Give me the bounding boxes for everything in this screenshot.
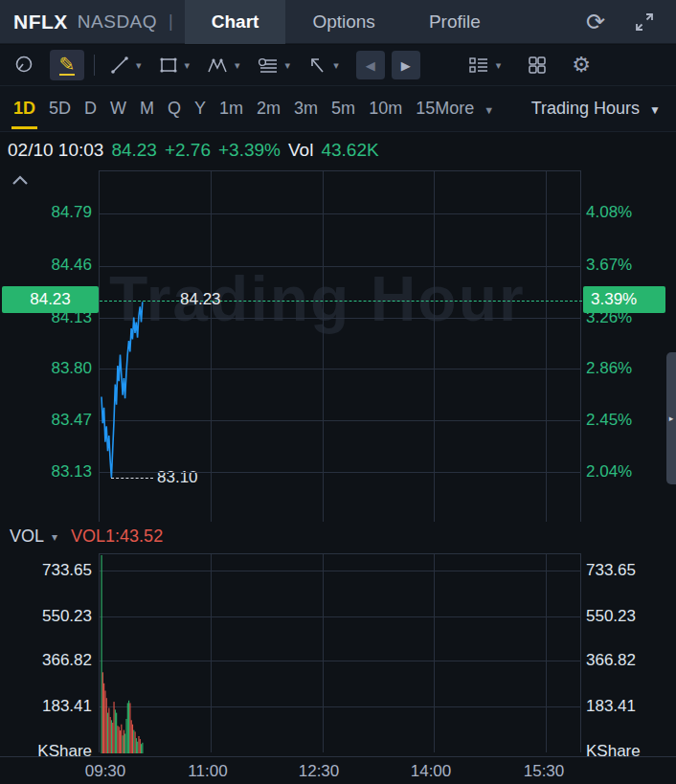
timeframe-1m[interactable]: 1m [219, 99, 243, 119]
volume-bar [106, 698, 107, 753]
volume-bar [113, 702, 114, 753]
volume-bar [138, 736, 139, 753]
tab-options[interactable]: Options [285, 0, 401, 44]
price-axis-tick: 84.79 [0, 203, 92, 222]
pct-axis-tick: 2.04% [586, 462, 632, 482]
trend-line-tool[interactable]: ▾ [108, 54, 142, 77]
chevron-down-icon[interactable]: ▾ [185, 59, 191, 72]
symbol-ticker: NFLX [13, 11, 68, 34]
volume-header: VOL ▾ VOL1:43.52 [10, 526, 163, 547]
timeframe-10m[interactable]: 10m [369, 99, 402, 119]
high-price-label: 84.23 [180, 290, 221, 309]
timeframe-5m[interactable]: 5m [331, 99, 355, 119]
volume-bar [135, 731, 136, 753]
shape-tool[interactable]: ▾ [157, 54, 191, 77]
tab-profile[interactable]: Profile [402, 0, 507, 44]
gann-lines-icon [256, 54, 281, 77]
time-axis-tick: 09:30 [85, 762, 126, 781]
header-icons: ⟳ [586, 11, 655, 34]
gear-icon[interactable]: ⚙ [572, 53, 591, 78]
timeframe-q[interactable]: Q [168, 99, 181, 119]
object-list-icon [466, 54, 491, 77]
wave-pattern-icon [205, 54, 230, 77]
quote-change: +2.76 [165, 140, 211, 161]
volume-bar [107, 713, 108, 753]
volume-bar [104, 691, 105, 754]
timeframe-1d[interactable]: 1D [13, 99, 35, 119]
timeframe-2m[interactable]: 2m [257, 99, 281, 119]
timeframe-d[interactable]: D [84, 99, 97, 119]
chevron-down-icon: ▼ [484, 104, 494, 116]
redo-forward-button[interactable]: ▶ [392, 51, 420, 79]
price-line-path [101, 302, 143, 478]
volume-axis-tick: 183.41 [586, 697, 636, 716]
volume-bar [137, 742, 138, 753]
chevron-up-icon [11, 175, 29, 186]
trading-hours-dropdown[interactable]: Trading Hours ▼ [531, 99, 661, 119]
crosshair-mode-tool[interactable] [11, 53, 36, 78]
timeframe-m[interactable]: M [140, 99, 154, 119]
volume-bar [103, 683, 104, 753]
chevron-down-icon[interactable]: ▾ [333, 59, 339, 72]
chevron-down-icon: ▼ [649, 103, 661, 117]
volume-axis-tick: 733.65 [586, 561, 636, 580]
timeframe-w[interactable]: W [110, 99, 126, 119]
timeframe-5d[interactable]: 5D [49, 99, 71, 119]
draw-tool-active[interactable]: ✎ [50, 50, 84, 80]
side-panel-handle[interactable]: ▸ [666, 352, 676, 484]
volume-bar [136, 738, 137, 753]
price-chart[interactable]: Trading Hour 84.23 83.10 [99, 170, 581, 522]
object-list-tool[interactable]: ▾ [466, 54, 502, 77]
crosshair-mode-icon [11, 53, 36, 78]
price-axis-tick: 83.80 [0, 359, 92, 378]
collapse-pane-button[interactable] [11, 175, 29, 186]
volume-dropdown-icon[interactable]: ▾ [52, 530, 57, 544]
timeframe-15m-clipped[interactable]: 15 [416, 99, 435, 119]
wave-pattern-tool[interactable]: ▾ [205, 54, 240, 77]
gann-lines-tool[interactable]: ▾ [256, 54, 291, 77]
volume-bar [124, 734, 125, 754]
volume-bar [116, 713, 117, 753]
volume-axis-tick: 550.23 [0, 607, 92, 626]
arrow-cursor-icon [305, 54, 328, 77]
undo-back-button[interactable]: ◀ [356, 51, 385, 79]
volume-bar [131, 720, 132, 753]
time-axis-tick: 14:00 [411, 762, 452, 781]
volume-bars-chart [100, 554, 582, 753]
layout-grid-tool[interactable] [526, 54, 549, 77]
chevron-down-icon[interactable]: ▾ [235, 59, 240, 72]
tab-chart[interactable]: Chart [185, 0, 286, 44]
volume-bar [140, 739, 141, 753]
chevron-down-icon[interactable]: ▾ [496, 59, 502, 72]
pct-axis-tick: 4.08% [586, 203, 632, 222]
fullscreen-icon[interactable] [634, 11, 655, 33]
price-axis-tick: 83.13 [0, 462, 92, 482]
volume-bar [125, 719, 126, 753]
volume-bar [120, 730, 121, 753]
volume-axis-tick: 183.41 [0, 697, 92, 716]
quote-datetime: 02/10 10:03 [8, 140, 103, 161]
arrow-annotation-tool[interactable]: ▾ [305, 54, 339, 77]
time-axis-tick: 15:30 [524, 762, 565, 781]
quote-vol-label: Vol [288, 140, 313, 161]
volume-bar [111, 720, 112, 753]
grid-layout-icon [526, 54, 549, 77]
chevron-down-icon[interactable]: ▾ [136, 59, 142, 72]
volume-bar [117, 726, 118, 753]
quote-volume: 43.62K [321, 140, 378, 161]
quote-line: 02/10 10:03 84.23 +2.76 +3.39% Vol 43.62… [0, 133, 676, 168]
current-price-dashed-line [100, 301, 582, 302]
timeframe-3m[interactable]: 3m [294, 99, 318, 119]
time-axis-tick: 11:00 [188, 762, 227, 781]
refresh-icon[interactable]: ⟳ [586, 11, 605, 34]
volume-bar [121, 725, 122, 753]
timeframe-more-dropdown[interactable]: More ▼ [435, 99, 494, 119]
trend-line-icon [108, 54, 131, 77]
drawer-arrow-icon: ▸ [669, 414, 674, 423]
volume-bar [129, 703, 130, 753]
timeframe-y[interactable]: Y [194, 99, 206, 119]
chevron-down-icon[interactable]: ▾ [285, 59, 291, 72]
current-pct-badge: 3.39% [583, 286, 665, 313]
volume-chart[interactable] [99, 553, 581, 752]
rectangle-icon [157, 54, 180, 77]
